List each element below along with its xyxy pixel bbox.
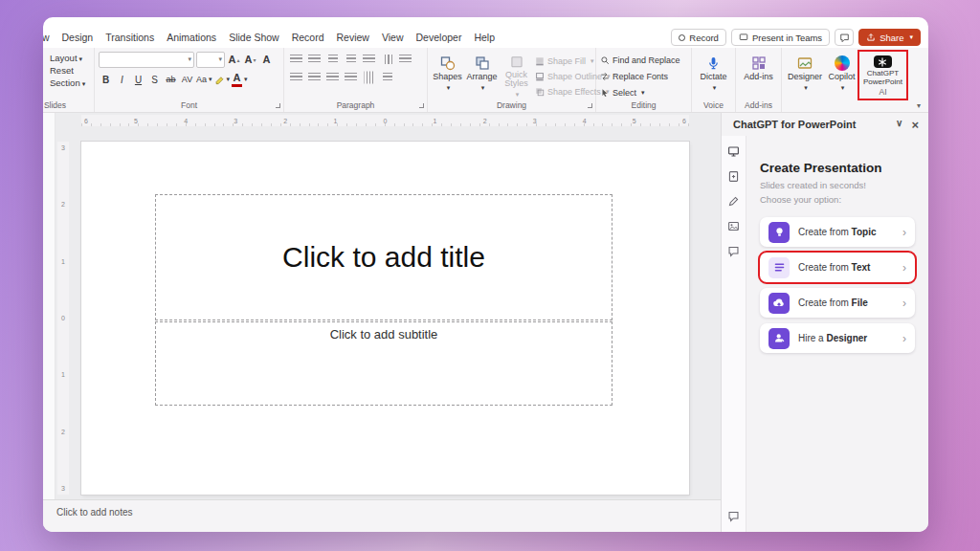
- replace-fonts-button[interactable]: Replace Fonts: [600, 70, 687, 83]
- replace-fonts-icon: [600, 72, 610, 81]
- font-dialog-launcher[interactable]: [276, 103, 280, 108]
- indent-decrease-icon[interactable]: [324, 52, 341, 66]
- quick-styles-button[interactable]: Quick Styles: [501, 52, 532, 99]
- tab-help[interactable]: Help: [474, 32, 495, 43]
- slide-workspace: 6 5 4 3 2 1 0 1 2 3 4 5 6 3 2 1 0 1 2 3 …: [43, 113, 721, 532]
- tab-review[interactable]: Review: [337, 32, 369, 43]
- record-button[interactable]: Record: [671, 29, 726, 46]
- bold-button[interactable]: B: [99, 72, 113, 87]
- underline-button[interactable]: U: [131, 72, 145, 87]
- hruler-number: 1: [434, 118, 437, 124]
- align-center-icon[interactable]: [306, 70, 323, 84]
- tab-design[interactable]: Design: [62, 32, 94, 43]
- feedback-bubble-icon[interactable]: [727, 510, 740, 522]
- collapse-ribbon-icon[interactable]: ▾: [917, 101, 921, 110]
- arrange-button[interactable]: Arrange: [466, 52, 498, 99]
- edit-pencil-icon[interactable]: [727, 195, 740, 208]
- record-button-label: Record: [689, 33, 719, 43]
- image-icon[interactable]: [727, 220, 740, 232]
- title-placeholder[interactable]: Click to add title: [155, 194, 612, 320]
- ribbon-group-paragraph: Paragraph: [284, 48, 428, 112]
- pane-prompt: Choose your option:: [760, 194, 915, 205]
- reset-button[interactable]: Reset: [47, 64, 90, 77]
- new-document-icon[interactable]: [727, 170, 740, 183]
- find-and-replace-button[interactable]: Find and Replace: [600, 54, 687, 67]
- select-cursor-icon: [600, 88, 610, 98]
- vruler-number: 1: [61, 371, 65, 378]
- select-button[interactable]: Select: [600, 86, 687, 99]
- italic-button[interactable]: I: [115, 72, 129, 87]
- tab-draw[interactable]: Draw: [43, 32, 50, 43]
- hire-a-designer-button[interactable]: Hire a Designer: [760, 323, 915, 353]
- comments-button[interactable]: [835, 29, 854, 46]
- decrease-font-size-button[interactable]: A: [243, 53, 257, 68]
- chevron-right-icon: [902, 226, 906, 239]
- chevron-right-icon: [902, 261, 906, 275]
- tab-slide-show[interactable]: Slide Show: [229, 32, 279, 43]
- tab-developer[interactable]: Developer: [416, 32, 462, 43]
- presentation-icon[interactable]: [727, 145, 740, 158]
- notes-placeholder-text: Click to add notes: [56, 507, 133, 518]
- pane-collapse-icon[interactable]: [896, 118, 902, 132]
- line-spacing-icon[interactable]: [361, 52, 377, 66]
- character-spacing-button[interactable]: AV: [180, 72, 194, 87]
- section-button[interactable]: Section: [47, 77, 90, 89]
- pane-content: Create Presentation Slides created in se…: [746, 136, 928, 532]
- copilot-button[interactable]: Copilot: [826, 52, 858, 99]
- font-color-swatch: [232, 84, 242, 87]
- font-size-combo[interactable]: [196, 52, 225, 68]
- menu-bar: Draw Design Transitions Animations Slide…: [43, 27, 928, 48]
- tab-transitions[interactable]: Transitions: [105, 32, 154, 43]
- horizontal-ruler: 6 5 4 3 2 1 0 1 2 3 4 5 6: [81, 115, 689, 126]
- hruler-number: 3: [234, 118, 237, 124]
- bullets-icon[interactable]: [288, 52, 304, 66]
- justify-icon[interactable]: [343, 70, 359, 84]
- increase-font-size-button[interactable]: A: [227, 53, 241, 68]
- subtitle-placeholder[interactable]: Click to add subtitle: [155, 321, 612, 406]
- notes-pane[interactable]: Click to add notes: [43, 499, 721, 532]
- font-color-button[interactable]: A: [232, 72, 248, 87]
- numbering-icon[interactable]: [306, 52, 323, 66]
- tab-animations[interactable]: Animations: [167, 32, 216, 43]
- designer-button[interactable]: Designer: [786, 52, 824, 99]
- task-pane-header: ChatGPT for PowerPoint: [722, 113, 928, 136]
- ribbon-group-ai: Designer Copilot ChatGPT PowerPoint AI: [782, 48, 928, 112]
- clear-formatting-button[interactable]: A: [259, 53, 274, 68]
- share-button[interactable]: Share: [858, 29, 921, 46]
- chat-icon[interactable]: [727, 245, 740, 257]
- drawing-dialog-launcher[interactable]: [588, 103, 592, 108]
- strikethrough-button[interactable]: ab: [164, 72, 178, 87]
- create-from-file-button[interactable]: Create from File: [760, 288, 915, 318]
- hruler-number: 6: [84, 118, 88, 124]
- paragraph-dialog-launcher[interactable]: [419, 103, 424, 108]
- present-in-teams-button[interactable]: Present in Teams: [731, 29, 830, 46]
- slide-canvas[interactable]: Click to add title Click to add subtitle: [81, 142, 689, 495]
- indent-increase-icon[interactable]: [343, 52, 359, 66]
- create-from-topic-button[interactable]: Create from Topic: [760, 217, 915, 247]
- font-name-combo[interactable]: [99, 52, 194, 68]
- hruler-number: 0: [383, 118, 387, 124]
- columns-icon[interactable]: [361, 70, 377, 84]
- align-text-icon[interactable]: [397, 52, 413, 66]
- tab-view[interactable]: View: [382, 32, 404, 43]
- create-from-text-button[interactable]: Create from Text: [760, 253, 915, 282]
- convert-to-smartart-icon[interactable]: [379, 70, 395, 84]
- pane-close-icon[interactable]: [911, 118, 919, 132]
- chatgpt-powerpoint-button[interactable]: ChatGPT PowerPoint AI: [859, 52, 906, 99]
- highlight-color-button[interactable]: [214, 72, 231, 87]
- layout-button[interactable]: Layout: [47, 52, 90, 64]
- align-right-icon[interactable]: [324, 70, 341, 84]
- shapes-button[interactable]: Shapes: [432, 52, 463, 99]
- text-shadow-button[interactable]: S: [147, 72, 162, 87]
- dictate-button[interactable]: Dictate: [696, 52, 731, 92]
- align-left-icon[interactable]: [288, 70, 304, 84]
- slide-thumbnail-strip[interactable]: [43, 113, 56, 499]
- find-icon: [600, 55, 610, 65]
- vruler-number: 3: [61, 144, 65, 151]
- text-direction-icon[interactable]: [379, 52, 395, 66]
- chatgpt-task-pane: ChatGPT for PowerPoint Create Presentati…: [721, 113, 928, 532]
- add-ins-button[interactable]: Add-ins: [740, 52, 777, 82]
- tab-record[interactable]: Record: [292, 32, 324, 43]
- highlighter-icon: [214, 75, 225, 85]
- change-case-button[interactable]: Aa: [196, 72, 212, 87]
